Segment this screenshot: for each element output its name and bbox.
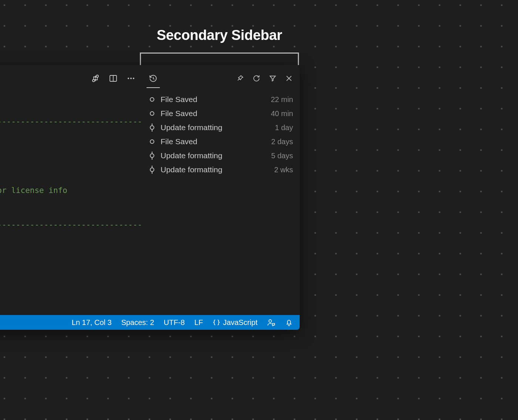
editor-top-bar [0,65,300,92]
git-commit-icon [149,152,155,160]
timeline-item[interactable]: File Saved 2 days [149,135,293,149]
timeline-label: Update formatting [161,123,270,132]
code-editor[interactable]: ----------------------------------------… [0,92,142,315]
svg-point-16 [150,154,154,158]
status-bar: Ln 17, Col 3 Spaces: 2 UTF-8 LF JavaScri… [0,315,300,330]
timeline-time: 22 min [271,95,293,104]
braces-icon [213,319,220,326]
svg-point-21 [269,320,272,322]
timeline-time: 1 day [275,123,293,132]
svg-point-6 [133,78,134,79]
code-line: e project root for license info [0,185,142,196]
code-line: ----------------------------------------… [0,116,142,128]
timeline-time: 40 min [271,109,293,118]
timeline-time: 2 wks [274,166,293,174]
bell-icon[interactable] [285,318,293,326]
timeline-item[interactable]: File Saved 40 min [149,106,293,121]
annotation-bracket [140,52,299,65]
pin-icon[interactable] [236,74,244,82]
timeline-view-icon[interactable] [149,74,158,83]
timeline-item[interactable]: Update formatting 2 wks [149,163,293,177]
status-indent[interactable]: Spaces: 2 [121,318,154,327]
secondary-sidebar-toolbar [142,65,300,92]
timeline-label: File Saved [161,137,266,146]
filter-icon[interactable] [269,74,277,82]
timeline-label: File Saved [161,95,266,104]
svg-point-19 [150,168,154,172]
refresh-icon[interactable] [252,74,260,82]
circle-icon [149,97,155,102]
timeline-item[interactable]: File Saved 22 min [149,92,293,106]
timeline-label: Update formatting [161,151,266,160]
status-cursor[interactable]: Ln 17, Col 3 [72,318,112,327]
code-line: ed. [0,150,142,162]
svg-point-5 [130,78,132,79]
circle-icon [149,111,155,116]
editor-tab-actions [0,65,142,92]
git-commit-icon [149,123,155,132]
timeline-item[interactable]: Update formatting 5 days [149,149,293,163]
svg-point-4 [128,78,129,79]
editor-window: ----------------------------------------… [0,65,300,330]
svg-point-12 [150,126,154,129]
split-editor-icon[interactable] [109,74,118,83]
timeline-time: 5 days [271,152,293,160]
feedback-icon[interactable] [267,318,275,326]
page-title: Secondary Sidebar [0,27,439,43]
git-commit-icon [149,166,155,174]
status-language-label: JavaScript [223,318,258,327]
svg-point-14 [150,140,154,143]
code-line: ----------------------------------------… [0,219,142,231]
timeline-label: Update formatting [161,165,269,174]
svg-point-9 [150,98,154,101]
timeline-time: 2 days [271,138,293,146]
timeline-item[interactable]: Update formatting 1 day [149,121,293,135]
svg-point-10 [150,112,154,115]
more-actions-icon[interactable] [127,74,135,83]
editor-body: ----------------------------------------… [0,92,300,315]
timeline-label: File Saved [161,109,266,118]
close-icon[interactable] [285,74,293,82]
status-eol[interactable]: LF [194,318,203,327]
circle-icon [149,139,155,144]
status-encoding[interactable]: UTF-8 [164,318,185,327]
compare-changes-icon[interactable] [91,74,100,83]
timeline-list: File Saved 22 min File Saved 40 min Upda… [142,92,300,177]
secondary-sidebar: File Saved 22 min File Saved 40 min Upda… [142,92,300,315]
status-language[interactable]: JavaScript [213,318,258,327]
